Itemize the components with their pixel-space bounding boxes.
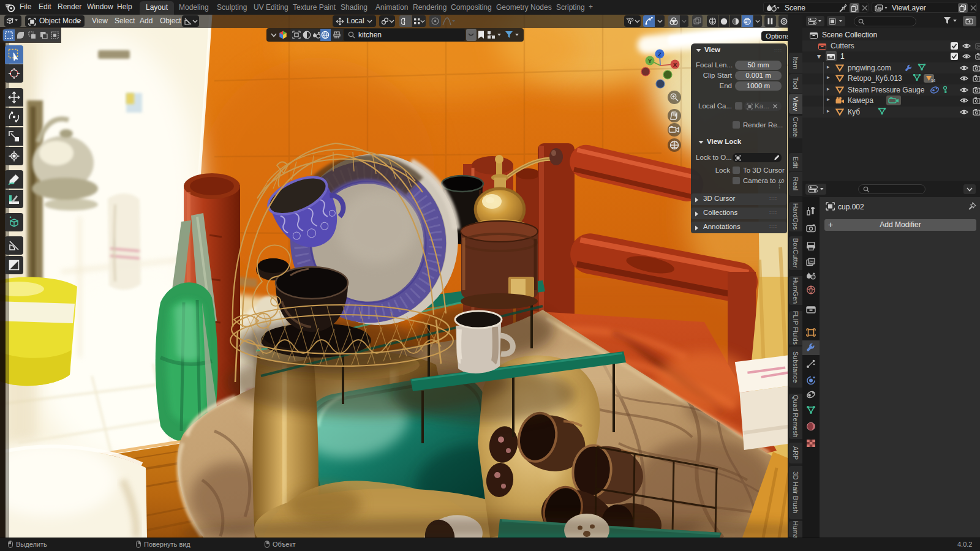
svg-text:Y: Y	[648, 58, 652, 64]
svg-text:X: X	[673, 62, 677, 68]
svg-text:Z: Z	[658, 51, 662, 58]
svg-text:14: 14	[931, 78, 936, 83]
